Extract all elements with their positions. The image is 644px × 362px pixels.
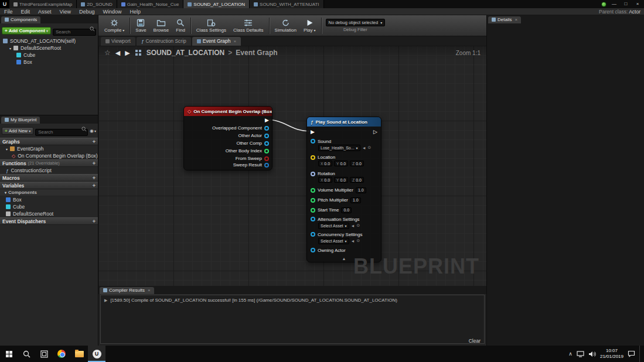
menu-debug[interactable]: Debug bbox=[75, 9, 99, 15]
sweep-result-pin[interactable] bbox=[264, 163, 269, 168]
event-graph-canvas[interactable]: ☆ ◀ ▶ SOUND_AT_LOCATION > Event Graph Zo… bbox=[98, 46, 486, 286]
section-event-dispatchers[interactable]: Event Dispatchers + bbox=[0, 217, 98, 225]
close-button[interactable]: × bbox=[633, 1, 642, 8]
favorite-star-icon[interactable]: ☆ bbox=[104, 49, 111, 57]
tab-construction-script[interactable]: ƒ Construction Scrip bbox=[137, 37, 191, 46]
volume-icon[interactable] bbox=[588, 351, 596, 357]
tab-viewport[interactable]: Viewport bbox=[101, 37, 135, 46]
asset-tab-sound-with-attenuati[interactable]: SOUND_WITH_ATTENUATI bbox=[250, 0, 323, 8]
use-selected-asset-icon[interactable]: ⊙ bbox=[368, 145, 372, 150]
other-actor-pin[interactable] bbox=[264, 134, 269, 138]
section-functions[interactable]: Functions (21 Overridable) + bbox=[0, 159, 98, 167]
pitch-multiplier-field[interactable]: 1.0 bbox=[350, 197, 361, 203]
component-row-cube[interactable]: Cube bbox=[0, 52, 98, 59]
component-row-self[interactable]: SOUND_AT_LOCATION(self) bbox=[0, 37, 98, 45]
file-explorer-taskbar-button[interactable] bbox=[70, 346, 88, 362]
asset-tab-2d-sound[interactable]: 2D_SOUND bbox=[77, 0, 117, 8]
tray-expand-icon[interactable]: ∧ bbox=[568, 351, 573, 357]
taskbar-clock[interactable]: 10:07 21/01/2019 bbox=[600, 348, 623, 360]
unreal-taskbar-button[interactable]: U bbox=[88, 346, 105, 362]
volume-multiplier-pin[interactable] bbox=[311, 188, 315, 193]
close-tab-icon[interactable]: × bbox=[514, 17, 517, 22]
compiler-log-line[interactable]: ▶ [1589.50] Compile of SOUND_AT_LOCATION… bbox=[101, 295, 484, 306]
row-variable-box[interactable]: Box bbox=[0, 196, 98, 203]
breadcrumb-current[interactable]: Event Graph bbox=[236, 49, 277, 57]
volume-multiplier-field[interactable]: 1.0 bbox=[356, 187, 366, 193]
other-body-index-pin[interactable] bbox=[264, 149, 269, 153]
menu-view[interactable]: View bbox=[56, 9, 75, 15]
start-time-field[interactable]: 0.0 bbox=[341, 207, 352, 213]
chrome-taskbar-button[interactable] bbox=[53, 346, 70, 362]
start-time-pin[interactable] bbox=[311, 208, 315, 213]
rotation-pin[interactable] bbox=[311, 172, 315, 176]
exec-out-pin[interactable]: ▶ bbox=[265, 118, 269, 123]
node-collapse-arrow[interactable]: ▲ bbox=[342, 257, 346, 261]
row-overlap-event[interactable]: ◇ On Component Begin Overlap (Box) bbox=[0, 152, 98, 159]
rotation-z-field[interactable]: Z0.0 bbox=[350, 177, 364, 183]
add-graph-button[interactable]: + bbox=[93, 139, 96, 145]
asset-tab-thirdpersonexamplemap[interactable]: ThirdPersonExampleMap bbox=[9, 0, 77, 8]
add-new-button[interactable]: + Add New ▾ bbox=[2, 127, 33, 135]
location-pin[interactable] bbox=[311, 155, 315, 160]
minimize-button[interactable]: — bbox=[610, 1, 618, 8]
maximize-button[interactable]: □ bbox=[622, 1, 630, 8]
network-icon[interactable] bbox=[577, 351, 584, 357]
section-variables[interactable]: Variables + bbox=[0, 182, 98, 189]
add-function-button[interactable]: + bbox=[93, 160, 96, 166]
add-variable-button[interactable]: + bbox=[93, 183, 96, 189]
add-macro-button[interactable]: + bbox=[93, 175, 96, 181]
section-graphs[interactable]: Graphs + bbox=[0, 138, 98, 145]
owning-actor-pin[interactable] bbox=[311, 248, 315, 252]
concurrency-settings-pin[interactable] bbox=[311, 232, 315, 237]
my-blueprint-search-input[interactable] bbox=[35, 129, 88, 136]
other-comp-pin[interactable] bbox=[264, 141, 269, 146]
rotation-y-field[interactable]: Y0.0 bbox=[334, 177, 348, 183]
menu-help[interactable]: Help bbox=[125, 9, 145, 15]
sound-pin[interactable] bbox=[311, 139, 315, 144]
row-eventgraph[interactable]: ▾ EventGraph bbox=[0, 145, 98, 152]
nav-back-icon[interactable]: ◀ bbox=[115, 49, 120, 57]
node-header[interactable]: ƒ Play Sound at Location bbox=[307, 117, 381, 127]
visibility-filter-button[interactable]: ◉▾ bbox=[90, 128, 96, 134]
from-sweep-pin[interactable] bbox=[264, 156, 269, 161]
row-constructionscript[interactable]: ƒ ConstructionScript bbox=[0, 167, 98, 174]
sound-asset-dropdown[interactable]: Lose_Health_So...▾ bbox=[318, 145, 360, 151]
show-desktop-button[interactable] bbox=[639, 346, 642, 362]
browse-to-asset-icon[interactable]: ◄ bbox=[351, 224, 355, 228]
location-y-field[interactable]: Y0.0 bbox=[334, 160, 348, 166]
exec-out-pin[interactable]: ▷ bbox=[373, 129, 377, 135]
class-defaults-button[interactable]: Class Defaults bbox=[230, 16, 267, 36]
debug-object-dropdown[interactable]: No debug object selected ▾ bbox=[326, 19, 386, 26]
section-macros[interactable]: Macros + bbox=[0, 174, 98, 182]
row-variable-defaultsceneroot[interactable]: DefaultSceneRoot bbox=[0, 210, 98, 217]
breadcrumb-root[interactable]: SOUND_AT_LOCATION bbox=[146, 49, 225, 57]
browse-to-asset-icon[interactable]: ◄ bbox=[362, 146, 366, 150]
node-play-sound-at-location[interactable]: ƒ Play Sound at Location ▶ ▷ Sound Lose_… bbox=[306, 117, 381, 262]
browse-to-asset-icon[interactable]: ◄ bbox=[351, 239, 355, 243]
asset-tab-gain-health-noise-cue[interactable]: Gain_Health_Noise_Cue bbox=[117, 0, 184, 8]
find-button[interactable]: Find bbox=[172, 16, 189, 36]
attenuation-settings-pin[interactable] bbox=[311, 217, 315, 221]
menu-window[interactable]: Window bbox=[98, 9, 125, 15]
compile-button[interactable]: Compile▾ bbox=[101, 16, 128, 36]
add-component-button[interactable]: + Add Component ▾ bbox=[2, 27, 51, 35]
nav-forward-icon[interactable]: ▶ bbox=[125, 49, 130, 57]
exec-in-pin[interactable]: ▶ bbox=[311, 129, 315, 135]
asset-tab-sound-at-location[interactable]: SOUND_AT_LOCATION bbox=[183, 0, 250, 8]
expander-icon[interactable]: ▾ bbox=[6, 147, 8, 151]
attenuation-asset-dropdown[interactable]: Select Asset▾ bbox=[318, 223, 349, 229]
variables-group-components[interactable]: ▾ Components bbox=[0, 189, 98, 196]
class-settings-button[interactable]: Class Settings bbox=[193, 16, 230, 36]
clear-button[interactable]: Clear bbox=[469, 338, 481, 344]
node-on-component-begin-overlap[interactable]: ◇ On Component Begin Overlap (Box) ▶ Ove… bbox=[183, 106, 272, 170]
start-button[interactable] bbox=[0, 346, 18, 362]
save-button[interactable]: Save bbox=[132, 16, 149, 36]
expander-icon[interactable]: ▾ bbox=[9, 46, 11, 50]
action-center-icon[interactable] bbox=[628, 350, 635, 357]
component-row-defaultsceneroot[interactable]: ▾ DefaultSceneRoot bbox=[0, 45, 98, 52]
rotation-x-field[interactable]: X0.0 bbox=[318, 177, 332, 183]
task-view-button[interactable] bbox=[35, 346, 53, 362]
play-button[interactable]: Play▾ bbox=[300, 16, 319, 36]
concurrency-asset-dropdown[interactable]: Select Asset▾ bbox=[318, 238, 349, 244]
browse-button[interactable]: Browse bbox=[150, 16, 173, 36]
